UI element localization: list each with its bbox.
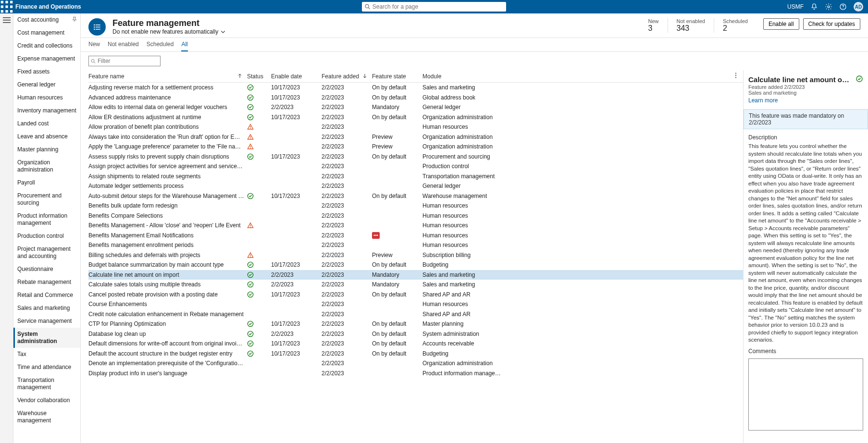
feature-row[interactable]: CTP for Planning Optimization10/17/20232… <box>88 319 743 329</box>
sidebar-item[interactable]: Product information management <box>13 209 80 230</box>
feature-row[interactable]: Auto-submit detour steps for the Warehou… <box>88 191 743 201</box>
feature-row[interactable]: Assign project activities for service ag… <box>88 161 743 172</box>
feature-row[interactable]: Automate ledger settlements process2/2/2… <box>88 181 743 191</box>
svg-rect-15 <box>3 20 11 21</box>
sidebar-item[interactable]: Credit and collections <box>13 39 80 52</box>
sidebar-item[interactable]: System administration <box>13 328 80 348</box>
feature-row[interactable]: Adjusting reverse match for a settlement… <box>88 83 743 93</box>
feature-row[interactable]: Advanced address maintenance10/17/20232/… <box>88 93 743 103</box>
sidebar-item[interactable]: Expense management <box>13 52 80 65</box>
sidebar-item[interactable]: Warehouse management <box>13 407 80 427</box>
feature-row[interactable]: Allow edits to internal data on general … <box>88 102 743 112</box>
feature-row[interactable]: Course Enhancements2/2/2023Human resourc… <box>88 299 743 309</box>
col-feature-added[interactable]: Feature added <box>322 73 372 80</box>
feature-row[interactable]: Assess supply risks to prevent supply ch… <box>88 152 743 162</box>
sidebar-item[interactable]: Cost management <box>13 26 80 39</box>
details-added: Feature added 2/2/2023 <box>748 84 863 90</box>
help-icon[interactable] <box>839 3 847 11</box>
sidebar-item[interactable]: Sales and marketing <box>13 302 80 315</box>
page-subtitle[interactable]: Do not enable new features automatically <box>112 28 226 35</box>
col-enable-date[interactable]: Enable date <box>271 73 322 80</box>
feature-row[interactable]: Allow proration of benefit plan contribu… <box>88 122 743 132</box>
gear-icon[interactable] <box>825 3 832 11</box>
tab[interactable]: Not enabled <box>108 41 139 51</box>
status-on-icon <box>247 350 271 357</box>
sidebar-item[interactable]: Rebate management <box>13 276 80 289</box>
feature-row[interactable]: Calculate line net amount on import2/2/2… <box>88 270 743 280</box>
cell-name: Benefits management enrollment periods <box>88 242 247 248</box>
grid-filter[interactable] <box>88 56 161 66</box>
cell-state <box>372 163 422 170</box>
feature-row[interactable]: Benefits Management - Allow 'close' and … <box>88 221 743 231</box>
feature-row[interactable]: Credit note calculation enhancement in R… <box>88 309 743 320</box>
feature-row[interactable]: Cancel posted rebate provision with a po… <box>88 290 743 300</box>
svg-rect-4 <box>5 5 8 8</box>
cell-enable: 10/17/2023 <box>271 340 322 347</box>
feature-row[interactable]: Benefits Compare Selections2/2/2023Human… <box>88 211 743 221</box>
sidebar-item[interactable]: Fixed assets <box>13 65 80 78</box>
sidebar-item[interactable]: Human resources <box>13 91 80 104</box>
status-on-icon <box>247 320 271 327</box>
check-updates-button[interactable]: Check for updates <box>803 18 860 30</box>
sidebar-item[interactable]: Leave and absence <box>13 130 80 143</box>
company-picker[interactable]: USMF <box>787 3 804 10</box>
col-module[interactable]: Module <box>422 73 507 80</box>
sidebar-item[interactable]: Transportation management <box>13 374 80 394</box>
sidebar-item[interactable]: Organization administration <box>13 156 80 176</box>
feature-row[interactable]: Allow ER destinations adjustment at runt… <box>88 112 743 123</box>
feature-row[interactable]: Budget balance summarization by main acc… <box>88 260 743 270</box>
feature-row[interactable]: Display product info in user's language2… <box>88 369 743 379</box>
grid-options-icon[interactable] <box>732 72 743 80</box>
sidebar-item[interactable]: Procurement and sourcing <box>13 189 80 209</box>
sidebar-item[interactable]: Retail and Commerce <box>13 289 80 302</box>
sidebar-item[interactable]: Time and attendance <box>13 361 80 374</box>
col-feature-name[interactable]: Feature name <box>88 73 247 80</box>
sidebar-item[interactable]: Master planning <box>13 143 80 156</box>
comments-textarea[interactable] <box>748 358 863 431</box>
cell-enable: 10/17/2023 <box>271 153 322 160</box>
feature-row[interactable]: Benefits management enrollment periods2/… <box>88 240 743 250</box>
sidebar-item[interactable]: Cost accounting <box>13 13 80 26</box>
tab[interactable]: All <box>181 41 187 51</box>
enable-all-button[interactable]: Enable all <box>763 18 799 30</box>
sidebar-item[interactable]: Production control <box>13 230 80 243</box>
cell-added: 2/2/2023 <box>322 360 372 367</box>
app-launcher-icon[interactable] <box>0 0 13 13</box>
global-search-input[interactable] <box>372 3 504 10</box>
sidebar-item[interactable]: Service management <box>13 315 80 328</box>
feature-row[interactable]: Database log clean up2/2/20232/2/2023On … <box>88 329 743 339</box>
hamburger-icon[interactable] <box>3 16 11 26</box>
sidebar-item[interactable]: Vendor collaboration <box>13 394 80 407</box>
feature-row[interactable]: Default the account structure in the bud… <box>88 349 743 359</box>
sidebar-item[interactable]: General ledger <box>13 78 80 91</box>
feature-row[interactable]: Apply the 'Language preference' paramete… <box>88 142 743 152</box>
pin-icon[interactable] <box>72 15 77 24</box>
tab[interactable]: Scheduled <box>147 41 174 51</box>
cell-module: Master planning <box>422 320 507 327</box>
sidebar-item[interactable]: Project management and accounting <box>13 243 80 263</box>
grid-filter-input[interactable] <box>98 58 158 64</box>
feature-row[interactable]: Denote an implementation prerequisite of… <box>88 358 743 369</box>
cell-module: Sales and marketing <box>422 271 507 278</box>
avatar[interactable]: AD <box>854 2 863 12</box>
sidebar-item[interactable]: Tax <box>13 348 80 361</box>
feature-row[interactable]: Benefits Management Email Notifications2… <box>88 231 743 241</box>
cell-name: Denote an implementation prerequisite of… <box>88 360 247 367</box>
global-search[interactable] <box>362 2 506 12</box>
col-status[interactable]: Status <box>247 73 271 80</box>
feature-row[interactable]: Benefits bulk update form redesign2/2/20… <box>88 201 743 211</box>
learn-more-link[interactable]: Learn more <box>748 97 778 104</box>
feature-row[interactable]: Default dimensions for write-off account… <box>88 339 743 349</box>
feature-row[interactable]: Billing schedules and deferrals with pro… <box>88 250 743 260</box>
details-title: Calculate line net amount on imp... <box>748 75 863 84</box>
sidebar-item[interactable]: Landed cost <box>13 117 80 130</box>
feature-row[interactable]: Calculate sales totals using multiple th… <box>88 280 743 290</box>
sidebar-item[interactable]: Questionnaire <box>13 263 80 276</box>
bell-icon[interactable] <box>810 3 818 11</box>
feature-row[interactable]: Always take into consideration the 'Run … <box>88 132 743 142</box>
sidebar-item[interactable]: Payroll <box>13 176 80 189</box>
feature-row[interactable]: Assign shipments to related route segmen… <box>88 172 743 182</box>
col-feature-state[interactable]: Feature state <box>372 73 422 80</box>
tab[interactable]: New <box>88 41 100 51</box>
sidebar-item[interactable]: Inventory management <box>13 104 80 117</box>
